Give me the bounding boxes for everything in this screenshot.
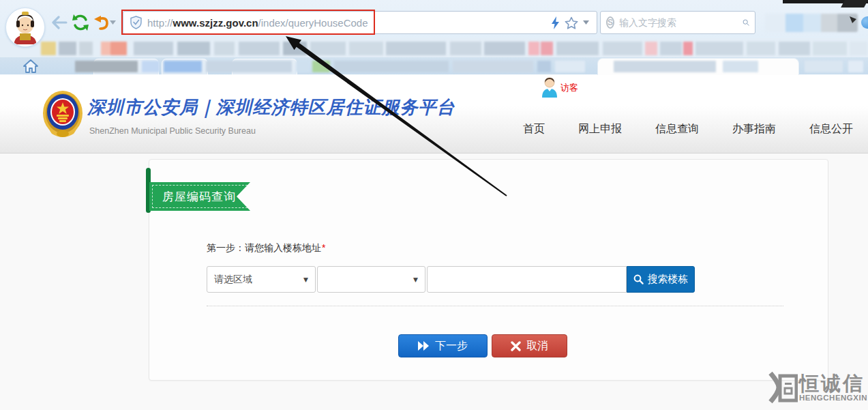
browser-window: http://www.szjzz.gov.cn/index/queryHouse… <box>0 0 868 410</box>
address-bar[interactable]: http://www.szjzz.gov.cn/index/queryHouse… <box>123 11 597 34</box>
nav-online-declare[interactable]: 网上申报 <box>578 122 622 136</box>
browser-user-avatar[interactable] <box>5 8 45 47</box>
cancel-button[interactable]: 取消 <box>492 334 567 357</box>
step-label: 第一步：请您输入楼栋地址* <box>207 242 325 254</box>
site-security-shield-icon <box>130 16 142 29</box>
street-select[interactable]: ▼ <box>317 266 425 293</box>
browser-chrome: http://www.szjzz.gov.cn/index/queryHouse… <box>0 0 868 75</box>
nav-guide[interactable]: 办事指南 <box>732 122 776 136</box>
undo-dropdown[interactable] <box>108 12 117 33</box>
window-corner <box>841 0 868 8</box>
sogou-logo-icon: S <box>606 16 614 29</box>
visitor-label: 访客 <box>560 82 578 94</box>
next-step-button[interactable]: 下一步 <box>398 334 488 357</box>
blurred-toolbar-region <box>765 14 858 32</box>
district-select[interactable]: 请选区域 ▼ <box>207 266 316 293</box>
watermark-en: HENGCHENGXIN <box>799 394 867 402</box>
address-bar-actions <box>551 11 589 34</box>
browser-toolbar: http://www.szjzz.gov.cn/index/queryHouse… <box>0 0 868 38</box>
tab-strip <box>0 57 868 75</box>
search-icon <box>633 274 644 284</box>
query-card: 房屋编码查询 第一步：请您输入楼栋地址* 请选区域 ▼ ▼ <box>149 159 828 381</box>
nav-info-query[interactable]: 信息查询 <box>655 122 699 136</box>
url-domain: www.szjzz.gov.cn <box>173 17 258 29</box>
chevron-down-icon <box>110 20 116 25</box>
search-building-button[interactable]: 搜索楼栋 <box>627 266 695 293</box>
site-subtitle: ShenZhen Municipal Public Security Burea… <box>89 126 256 136</box>
refresh-button[interactable] <box>70 12 91 33</box>
favorite-star-icon[interactable] <box>565 16 578 29</box>
divider <box>207 306 783 306</box>
building-address-input[interactable] <box>427 266 627 293</box>
ribbon-banner: 房屋编码查询 <box>149 182 250 211</box>
cancel-x-icon <box>511 341 521 351</box>
lightning-icon[interactable] <box>551 16 560 29</box>
nav-home[interactable]: 首页 <box>523 122 545 136</box>
browser-search-box[interactable]: S <box>600 11 755 34</box>
favorites-dropdown-icon[interactable] <box>583 20 589 25</box>
site-header: 深圳市公安局｜深圳经济特区居住证服务平台 ShenZhen Municipal … <box>0 75 868 153</box>
site-nav: 首页 网上申报 信息查询 办事指南 信息公开 <box>523 122 853 136</box>
select-caret-icon: ▼ <box>413 276 418 283</box>
nav-info-public[interactable]: 信息公开 <box>809 122 853 136</box>
watermark-cn: 恒诚信 <box>799 373 867 394</box>
search-magnifier-icon[interactable] <box>743 16 749 29</box>
address-controls: 请选区域 ▼ ▼ 搜索楼栋 <box>207 266 695 293</box>
cartoon-avatar-icon <box>10 10 40 44</box>
page-content: 房屋编码查询 第一步：请您输入楼栋地址* 请选区域 ▼ ▼ <box>0 153 868 410</box>
watermark: 恒诚信 HENGCHENGXIN <box>768 370 867 405</box>
bookmarks-bar <box>0 38 868 57</box>
police-badge-logo <box>41 89 85 139</box>
required-asterisk: * <box>322 242 325 253</box>
visitor-avatar-icon <box>541 76 558 98</box>
hengchengxin-logo-icon <box>768 370 798 405</box>
back-button[interactable] <box>49 12 70 33</box>
select-caret-icon: ▼ <box>303 276 308 283</box>
blurred-app-icon <box>861 16 868 29</box>
webpage: 深圳市公安局｜深圳经济特区居住证服务平台 ShenZhen Municipal … <box>0 75 868 410</box>
form-actions: 下一步 取消 <box>398 334 567 357</box>
back-arrow-icon <box>51 16 68 29</box>
refresh-icon <box>72 14 89 31</box>
ribbon-title: 房屋编码查询 <box>162 189 236 205</box>
forward-icon <box>418 341 430 351</box>
url-text: http://www.szjzz.gov.cn/index/queryHouse… <box>147 17 368 29</box>
visitor-badge[interactable]: 访客 <box>541 76 578 98</box>
site-title: 深圳市公安局｜深圳经济特区居住证服务平台 <box>87 96 455 119</box>
small-cursor-glyph <box>850 16 856 23</box>
search-input[interactable] <box>619 17 743 28</box>
